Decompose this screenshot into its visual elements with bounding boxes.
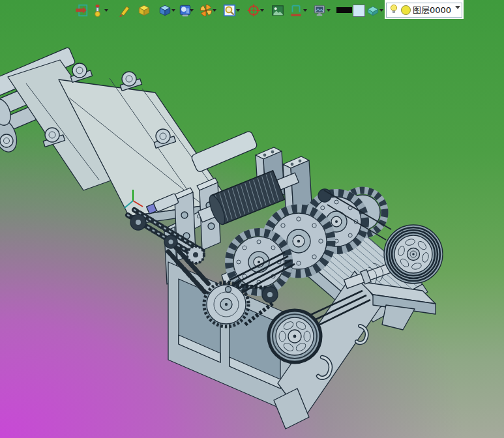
layer-name: 图层0000	[413, 5, 451, 16]
line-width-swatch[interactable]	[336, 7, 352, 13]
modify-tool-dropdown[interactable]	[104, 9, 108, 12]
view-pinwheel-dropdown[interactable]	[213, 9, 216, 12]
layer-selector-dropdown[interactable]	[455, 6, 460, 9]
layer-visibility-bulb-icon	[389, 4, 398, 17]
exit-view-button[interactable]	[74, 3, 89, 18]
toolbar: 图层0000	[0, 0, 504, 21]
image-capture-button[interactable]	[271, 3, 285, 18]
belt-pulley	[269, 310, 321, 362]
locate-point-dropdown[interactable]	[260, 9, 264, 12]
erase-3d-dropdown[interactable]	[379, 9, 383, 12]
display-settings-button[interactable]	[312, 3, 327, 18]
gear-drum-1	[222, 232, 289, 292]
view-pinwheel-button[interactable]	[199, 3, 213, 18]
solid-box-dropdown[interactable]	[171, 9, 175, 12]
display-settings-dropdown[interactable]	[327, 9, 331, 12]
idler-sprocket	[262, 287, 278, 302]
render-mode-dropdown[interactable]	[190, 9, 194, 12]
locate-point-button[interactable]	[246, 3, 261, 18]
zoom-document-button[interactable]	[222, 3, 237, 18]
color-swatch[interactable]	[353, 5, 365, 17]
erase-3d-button[interactable]	[366, 3, 381, 18]
modify-tool-button[interactable]	[90, 3, 104, 18]
layer-selector-field[interactable]: 图层0000	[386, 3, 462, 18]
3d-viewport[interactable]	[0, 0, 504, 438]
linetype-button[interactable]	[289, 3, 303, 18]
layer-selector[interactable]: 图层0000	[385, 0, 464, 19]
machine-model	[0, 0, 504, 438]
drive-pulley	[384, 225, 443, 284]
layer-color-swatch-icon	[401, 5, 411, 15]
solid-box-yellow-button[interactable]	[137, 3, 151, 18]
solid-box-blue-button[interactable]	[158, 3, 172, 18]
linetype-dropdown[interactable]	[303, 9, 307, 12]
zoom-document-dropdown[interactable]	[236, 9, 240, 12]
brush-button[interactable]	[117, 3, 132, 18]
